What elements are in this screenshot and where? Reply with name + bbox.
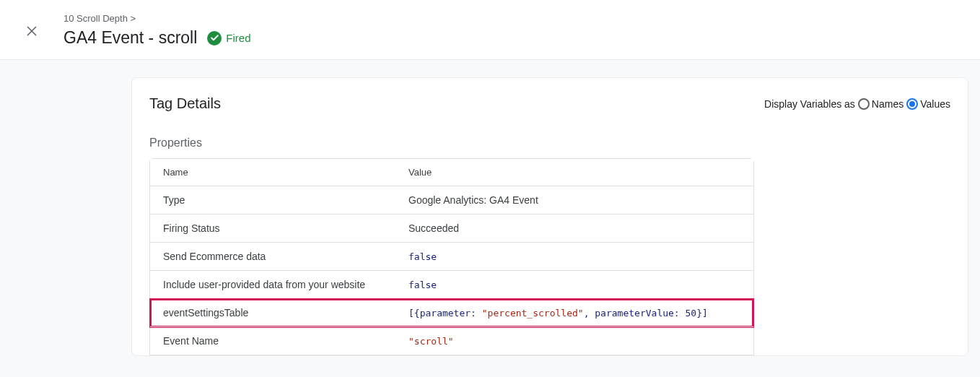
title-row: GA4 Event - scroll Fired — [64, 28, 980, 48]
radio-values-label: Values — [920, 98, 950, 110]
radio-circle-selected-icon — [906, 98, 918, 110]
property-value: false — [395, 271, 753, 299]
radio-names[interactable]: Names — [858, 98, 904, 110]
breadcrumb[interactable]: 10 Scroll Depth > — [64, 13, 980, 24]
display-variables-label: Display Variables as — [764, 98, 855, 110]
property-value: Google Analytics: GA4 Event — [395, 186, 753, 214]
table-row: Event Name"scroll" — [150, 327, 753, 355]
property-name: Send Ecommerce data — [150, 243, 395, 271]
display-variables-toggle: Display Variables as Names Values — [764, 98, 950, 110]
properties-subtitle: Properties — [149, 136, 950, 150]
tag-details-card: Tag Details Display Variables as Names V… — [131, 77, 968, 356]
check-circle-icon — [207, 31, 222, 46]
code-value: [{parameter: "percent_scrolled", paramet… — [408, 308, 708, 318]
radio-names-label: Names — [872, 98, 904, 110]
status-badge: Fired — [207, 31, 250, 46]
close-icon — [25, 25, 38, 40]
property-name: Firing Status — [150, 214, 395, 243]
radio-dot-icon — [909, 101, 915, 107]
top-bar: 10 Scroll Depth > GA4 Event - scroll Fir… — [0, 0, 980, 60]
close-button[interactable] — [23, 23, 40, 40]
code-value: false — [408, 251, 437, 262]
property-value: "scroll" — [395, 327, 753, 355]
properties-table: Name Value TypeGoogle Analytics: GA4 Eve… — [149, 158, 754, 355]
header-value: Value — [395, 159, 753, 186]
property-name: eventSettingsTable — [150, 299, 395, 327]
code-value: false — [408, 280, 437, 290]
table-row: TypeGoogle Analytics: GA4 Event — [150, 186, 753, 214]
table-row: eventSettingsTable[{parameter: "percent_… — [150, 299, 753, 327]
property-name: Event Name — [150, 327, 395, 355]
property-value: Succeeded — [395, 214, 753, 243]
property-name: Type — [150, 186, 395, 214]
header-name: Name — [150, 159, 395, 186]
page-title: GA4 Event - scroll — [64, 28, 197, 48]
header-text: 10 Scroll Depth > GA4 Event - scroll Fir… — [64, 13, 980, 48]
code-value: "scroll" — [408, 336, 454, 347]
status-text: Fired — [226, 32, 250, 44]
card-header-row: Tag Details Display Variables as Names V… — [149, 95, 950, 112]
radio-circle-icon — [858, 98, 870, 110]
table-row: Include user-provided data from your web… — [150, 271, 753, 299]
property-value: [{parameter: "percent_scrolled", paramet… — [395, 299, 753, 327]
close-button-wrap — [0, 13, 64, 40]
content-area: Tag Details Display Variables as Names V… — [0, 60, 980, 377]
table-row: Firing StatusSucceeded — [150, 214, 753, 243]
section-title: Tag Details — [149, 95, 221, 112]
property-value: false — [395, 243, 753, 271]
table-header-row: Name Value — [150, 159, 753, 186]
property-name: Include user-provided data from your web… — [150, 271, 395, 299]
radio-values[interactable]: Values — [906, 98, 950, 110]
table-row: Send Ecommerce datafalse — [150, 243, 753, 271]
